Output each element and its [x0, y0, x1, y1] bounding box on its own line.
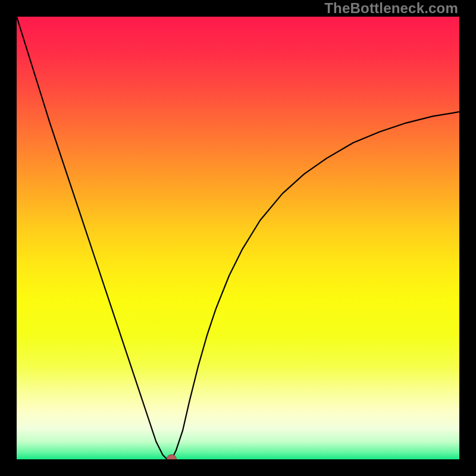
chart-frame: TheBottleneck.com: [0, 0, 476, 476]
gradient-background: [17, 17, 459, 459]
plot-area: [17, 17, 459, 459]
watermark-text: TheBottleneck.com: [324, 0, 458, 17]
plot-svg: [17, 17, 459, 459]
